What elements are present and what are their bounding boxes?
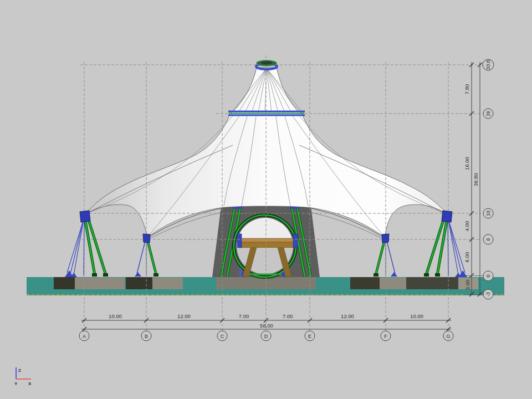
ucs-z-label: Z bbox=[18, 368, 21, 373]
cad-viewport: 10.00 12.00 7.00 7.00 12.00 10.00 58.00 … bbox=[0, 0, 532, 399]
grid-bubble-label-b: B bbox=[145, 334, 148, 339]
membrane-band bbox=[228, 111, 305, 116]
ground-platform bbox=[27, 277, 504, 295]
grid-bubble-label-a: A bbox=[83, 334, 86, 339]
level-bubble-label: 26 bbox=[485, 111, 491, 116]
dim-label: 7.80 bbox=[464, 84, 470, 95]
mast-head-node bbox=[442, 211, 452, 222]
base-rod bbox=[239, 268, 241, 277]
grid-bubble-label-d: D bbox=[264, 334, 268, 339]
elevation-drawing: 10.00 12.00 7.00 7.00 12.00 10.00 58.00 … bbox=[0, 0, 532, 399]
ucs-x-label: X bbox=[28, 381, 32, 386]
dim-total-label: 58.00 bbox=[260, 323, 273, 329]
mast-head-node bbox=[80, 211, 90, 222]
mast-head-node bbox=[143, 234, 150, 243]
dim-label: 12.00 bbox=[341, 313, 354, 319]
dim-label: 10.00 bbox=[410, 313, 423, 319]
level-bubble-label: 10 bbox=[485, 211, 491, 216]
dim-label: 10.00 bbox=[109, 313, 122, 319]
dim-label: 4.00 bbox=[464, 221, 470, 232]
ucs-y-label: Y bbox=[14, 381, 18, 386]
dim-label: 6.00 bbox=[464, 252, 470, 263]
dim-label: 7.00 bbox=[239, 313, 249, 319]
dim-label: 12.00 bbox=[177, 313, 191, 319]
level-bubble-label: -3 bbox=[485, 292, 491, 296]
dim-label: 3.00 bbox=[464, 280, 470, 290]
grid-bubble-label-c: C bbox=[221, 334, 224, 339]
dim-label: 16.00 bbox=[464, 157, 470, 170]
level-bubble-label: 0 bbox=[485, 274, 491, 277]
dim-total-label: 36.80 bbox=[473, 173, 479, 186]
level-bubble-label: 33.8 bbox=[485, 60, 491, 70]
dim-label: 7.00 bbox=[283, 313, 293, 319]
grid-bubble-label-f: F bbox=[384, 334, 387, 339]
level-bubble-label: 6 bbox=[485, 238, 491, 241]
grid-bubble-label-g: G bbox=[446, 334, 450, 339]
mast-head-node bbox=[382, 234, 389, 243]
grid-bubble-label-e: E bbox=[308, 334, 311, 339]
